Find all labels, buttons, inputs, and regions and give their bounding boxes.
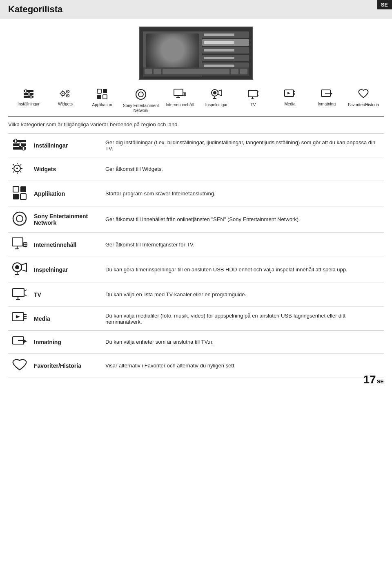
- row-icon-favoriter: [8, 354, 31, 378]
- app-icon: [97, 89, 107, 101]
- nav-item-installningar: Inställningar: [10, 89, 47, 107]
- table-row: Inställningar Ger dig inställningar (t.e…: [8, 134, 384, 157]
- input-icon: [321, 89, 332, 100]
- svg-rect-47: [15, 139, 17, 143]
- svg-rect-3: [25, 90, 27, 92]
- tv-bottom-bar: [143, 67, 249, 76]
- svg-rect-16: [97, 89, 101, 93]
- row-icon-sen: [8, 206, 31, 233]
- svg-rect-32: [248, 90, 257, 97]
- nav-label-sen: Sony Entertainment Network: [120, 103, 161, 113]
- table-row: Widgets Ger åtkomst till Widgets.: [8, 157, 384, 181]
- row-name-applikation: Applikation: [31, 181, 102, 206]
- svg-line-56: [20, 164, 21, 165]
- svg-marker-41: [331, 92, 332, 95]
- nav-label-inspelningar: Inspelningar: [205, 103, 227, 107]
- tv-icon: [248, 89, 258, 101]
- nav-item-widgets: Widgets: [47, 89, 84, 107]
- svg-rect-66: [12, 238, 23, 246]
- svg-rect-76: [13, 289, 24, 297]
- svg-point-64: [13, 212, 26, 225]
- page-wrapper: Inställningar Widgets: [0, 19, 392, 394]
- nav-item-media: Media: [272, 89, 308, 107]
- svg-rect-60: [13, 186, 19, 192]
- internet-icon: [174, 89, 186, 101]
- tv-menu-item-3: [202, 47, 249, 54]
- row-name-sen: Sony Entertainment Network: [31, 206, 102, 233]
- page-footer: 17 SE: [363, 373, 384, 386]
- svg-line-58: [20, 172, 21, 172]
- intro-text: Vilka kategorier som är tillgängliga var…: [8, 121, 384, 128]
- svg-point-65: [16, 215, 23, 222]
- svg-rect-62: [13, 194, 19, 199]
- tv-bottom-icon-3: [163, 69, 229, 74]
- svg-line-59: [13, 172, 14, 172]
- row-desc-sen: Ger åtkomst till innehållet från onlinet…: [102, 206, 384, 233]
- row-name-widgets: Widgets: [31, 157, 102, 181]
- widgets-icon: [60, 89, 71, 100]
- nav-label-favoriter: Favoriter/Historia: [348, 103, 379, 107]
- media-icon: [284, 89, 296, 100]
- svg-point-29: [213, 91, 216, 94]
- row-desc-inmatning: Du kan välja enheter som är anslutna til…: [102, 331, 384, 354]
- nav-label-tv: TV: [251, 103, 256, 107]
- tv-bottom-icon-1: [145, 69, 152, 74]
- svg-point-73: [15, 265, 19, 269]
- nav-label-media: Media: [284, 102, 295, 107]
- nav-item-favoriter: Favoriter/Historia: [345, 89, 382, 107]
- row-desc-widgets: Ger åtkomst till Widgets.: [102, 157, 384, 181]
- svg-rect-4: [28, 92, 30, 95]
- header-bar: Kategorilista SE: [0, 0, 392, 19]
- nav-item-internet: Internetinnehåll: [161, 89, 198, 107]
- row-desc-favoriter: Visar alternativ i Favoriter och alterna…: [102, 354, 384, 378]
- svg-point-21: [138, 92, 143, 97]
- table-row: Favoriter/Historia Visar alternativ i Fa…: [8, 354, 384, 378]
- sen-icon: [135, 89, 147, 102]
- svg-rect-61: [20, 186, 26, 192]
- tv-menu-item-2: [202, 39, 249, 46]
- svg-point-51: [16, 168, 18, 169]
- table-row: Internetinnehåll Ger åtkomst till Intern…: [8, 233, 384, 257]
- table-row: Inmatning Du kan välja enheter som är an…: [8, 331, 384, 354]
- row-icon-inspelningar: [8, 257, 31, 282]
- svg-rect-5: [30, 95, 32, 98]
- row-name-internet: Internetinnehåll: [31, 233, 102, 257]
- nav-label-widgets: Widgets: [58, 102, 73, 107]
- row-icon-applikation: [8, 181, 31, 206]
- svg-point-13: [67, 91, 68, 92]
- row-desc-applikation: Startar program som kräver Internetanslu…: [102, 181, 384, 206]
- nav-label-inmatning: Inmatning: [318, 102, 336, 107]
- row-icon-internet: [8, 233, 31, 257]
- svg-point-15: [67, 95, 68, 96]
- nav-item-inmatning: Inmatning: [308, 89, 345, 107]
- settings-icon: [23, 89, 34, 100]
- svg-point-7: [62, 93, 64, 94]
- tv-bottom-icon-2: [154, 69, 161, 74]
- nav-label-installningar: Inställningar: [18, 102, 40, 107]
- table-row: Inspelningar Du kan göra timerinspelning…: [8, 257, 384, 282]
- nav-item-inspelningar: Inspelningar: [198, 89, 235, 107]
- row-icon-tv: [8, 282, 31, 307]
- tv-bottom-icon-5: [240, 69, 247, 74]
- tv-bottom-icon-4: [231, 69, 238, 74]
- svg-rect-17: [103, 89, 107, 93]
- nav-icons-row: Inställningar Widgets: [8, 84, 384, 117]
- favorites-icon: [358, 89, 369, 101]
- table-row: Media Du kan välja mediafiler (foto, mus…: [8, 307, 384, 331]
- nav-label-internet: Internetinnehåll: [166, 103, 194, 107]
- row-name-tv: TV: [31, 282, 102, 307]
- row-icon-widgets: [8, 157, 31, 181]
- row-icon-inmatning: [8, 331, 31, 354]
- tv-menu-item-1: [202, 31, 249, 38]
- row-icon-installningar: [8, 134, 31, 157]
- svg-rect-48: [19, 143, 21, 147]
- table-row: TV Du kan välja en lista med TV-kanaler …: [8, 282, 384, 307]
- svg-marker-36: [287, 92, 290, 94]
- table-row: Sony Entertainment Network Ger åtkomst t…: [8, 206, 384, 233]
- svg-line-57: [13, 164, 14, 165]
- row-icon-media: [8, 307, 31, 331]
- svg-rect-63: [20, 194, 26, 199]
- svg-marker-85: [24, 340, 27, 343]
- tv-menu-item-4: [202, 55, 249, 61]
- row-desc-internet: Ger åtkomst till Internettjänster för TV…: [102, 233, 384, 257]
